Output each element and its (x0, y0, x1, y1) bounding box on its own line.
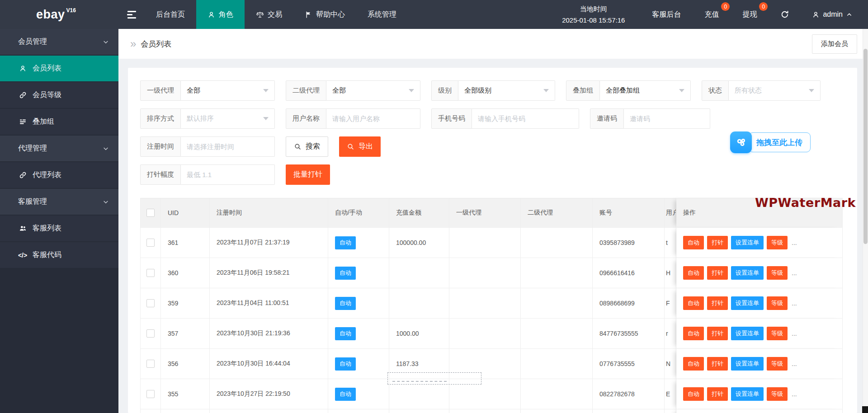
action-inject-button[interactable]: 打针 (707, 327, 728, 340)
table-row: 355 2023年10月27日 22:19:50 自动 0822782678 E… (140, 379, 844, 409)
sidebar-item-service-list[interactable]: 客服列表 (0, 216, 118, 241)
select-all-checkbox[interactable] (146, 209, 155, 217)
action-level-button[interactable]: 等级 (767, 387, 788, 401)
row-checkbox[interactable] (146, 360, 155, 368)
cell-agent1 (449, 349, 521, 379)
nav-item-home[interactable]: 后台首页 (145, 0, 196, 29)
cell-actions: 自动 打针 设置连单 等级 ... (676, 379, 843, 409)
search-button[interactable]: 搜索 (286, 136, 328, 157)
reg-time-input[interactable] (187, 143, 269, 150)
cell-actions: 自动 打针 设置连单 等级 ... (676, 288, 843, 319)
scrollbar-thumb[interactable] (863, 49, 868, 244)
action-inject-button[interactable]: 打针 (707, 387, 728, 401)
row-checkbox[interactable] (146, 390, 155, 398)
member-table: UID 注册时间 自动/手动 充值金额 一级代理 二级代理 账号 用户名称 操作… (140, 198, 844, 413)
row-checkbox[interactable] (146, 329, 155, 338)
agent1-select[interactable]: 全部 (181, 80, 275, 101)
row-checkbox[interactable] (146, 299, 155, 307)
search-icon (347, 143, 354, 150)
auto-mode-badge: 自动 (335, 327, 356, 340)
more-actions[interactable]: ... (792, 239, 797, 246)
action-inject-button[interactable]: 打针 (707, 236, 728, 249)
add-member-button[interactable]: 添加会员 (812, 34, 857, 54)
auto-mode-badge: 自动 (335, 236, 356, 249)
local-time-value: 2025-01-08 15:57:16 (562, 14, 625, 26)
sidebar-item-member-level[interactable]: 会员等级 (0, 82, 118, 108)
service-backend-link[interactable]: 客服后台 (640, 0, 693, 29)
vertical-scrollbar[interactable] (863, 29, 868, 413)
sidebar-group-member-management[interactable]: 会员管理 (0, 29, 118, 55)
sidebar-item-stack-group[interactable]: 叠加组 (0, 109, 118, 135)
upload-dropzone[interactable]: 拖拽至此上传 (730, 131, 811, 153)
batch-inject-button[interactable]: 批量打针 (286, 164, 330, 185)
cell-uid: 357 (161, 319, 210, 349)
action-inject-button[interactable]: 打针 (707, 357, 728, 371)
sidebar-item-agent-list[interactable]: 代理列表 (0, 162, 118, 188)
cell-account: 0898668699 (593, 288, 665, 319)
cell-user-clipped: E (665, 379, 676, 409)
action-set-chain-button[interactable]: 设置连单 (731, 357, 764, 371)
more-actions[interactable]: ... (792, 390, 797, 398)
cell-user-clipped: F (665, 288, 676, 319)
navbar-right: 当地时间 2025-01-08 15:57:16 客服后台 充值 0 提现 0 … (547, 0, 868, 29)
sidebar-group-agent-management[interactable]: 代理管理 (0, 136, 118, 161)
action-level-button[interactable]: 等级 (767, 296, 788, 310)
action-auto-button[interactable]: 自动 (683, 266, 704, 280)
col-uid: UID (161, 198, 210, 228)
sidebar-collapse-icon[interactable] (118, 0, 145, 29)
row-checkbox[interactable] (146, 239, 155, 247)
phone-input[interactable] (478, 115, 573, 122)
sidebar-group-service-management[interactable]: 客服管理 (0, 189, 118, 215)
auto-mode-badge: 自动 (335, 357, 356, 371)
row-checkbox[interactable] (146, 269, 155, 277)
stack-group-select[interactable]: 全部叠加组 (600, 80, 691, 101)
action-auto-button[interactable]: 自动 (683, 327, 704, 340)
more-actions[interactable]: ... (792, 269, 797, 277)
action-level-button[interactable]: 等级 (767, 266, 788, 280)
refresh-icon[interactable] (769, 0, 801, 29)
cell-agent2 (521, 319, 593, 349)
action-set-chain-button[interactable]: 设置连单 (731, 266, 764, 280)
more-actions[interactable]: ... (792, 330, 797, 337)
action-set-chain-button[interactable]: 设置连单 (731, 236, 764, 249)
nav-item-system[interactable]: 系统管理 (356, 0, 408, 29)
sidebar-item-member-list[interactable]: 会员列表 (0, 56, 118, 81)
action-level-button[interactable]: 等级 (767, 236, 788, 249)
level-select[interactable]: 全部级别 (458, 80, 555, 101)
user-menu[interactable]: admin (801, 0, 868, 29)
recharge-link[interactable]: 充值 0 (693, 0, 731, 29)
status-select[interactable]: 所有状态 (729, 80, 821, 101)
action-set-chain-button[interactable]: 设置连单 (731, 296, 764, 310)
export-button[interactable]: 导出 (339, 136, 381, 157)
nav-item-roles[interactable]: 角色 (196, 0, 245, 29)
nav-item-home-label: 后台首页 (156, 10, 185, 19)
filter-invite-code: 邀请码 (590, 108, 710, 129)
inject-range-input[interactable] (187, 171, 269, 178)
invite-code-input[interactable] (630, 115, 704, 122)
action-set-chain-button[interactable]: 设置连单 (731, 327, 764, 340)
action-auto-button[interactable]: 自动 (683, 357, 704, 371)
sort-select[interactable]: 默认排序 (181, 108, 275, 129)
sidebar-item-service-code[interactable]: </> 客服代码 (0, 242, 118, 268)
action-auto-button[interactable]: 自动 (683, 387, 704, 401)
filter-username: 用户名称 (286, 108, 420, 129)
action-auto-button[interactable]: 自动 (683, 296, 704, 310)
nav-item-help[interactable]: 帮助中心 (293, 0, 356, 29)
action-inject-button[interactable]: 打针 (707, 266, 728, 280)
withdraw-link[interactable]: 提现 0 (731, 0, 769, 29)
cell-agent1 (449, 288, 521, 319)
action-level-button[interactable]: 等级 (767, 357, 788, 371)
action-set-chain-button[interactable]: 设置连单 (731, 387, 764, 401)
cell-agent1 (449, 379, 521, 409)
more-actions[interactable]: ... (792, 360, 797, 367)
action-level-button[interactable]: 等级 (767, 327, 788, 340)
nav-item-trade[interactable]: 交易 (245, 0, 293, 29)
cell-reg-time: 2023年10月30日 16:44:04 (210, 349, 328, 379)
filter-reg-time: 注册时间 (140, 136, 275, 157)
action-inject-button[interactable]: 打针 (707, 296, 728, 310)
agent2-select[interactable]: 全部 (326, 80, 420, 101)
action-auto-button[interactable]: 自动 (683, 236, 704, 249)
username-input[interactable] (332, 115, 414, 122)
more-actions[interactable]: ... (792, 300, 797, 307)
filter-inject-range: 打针幅度 (140, 164, 275, 185)
